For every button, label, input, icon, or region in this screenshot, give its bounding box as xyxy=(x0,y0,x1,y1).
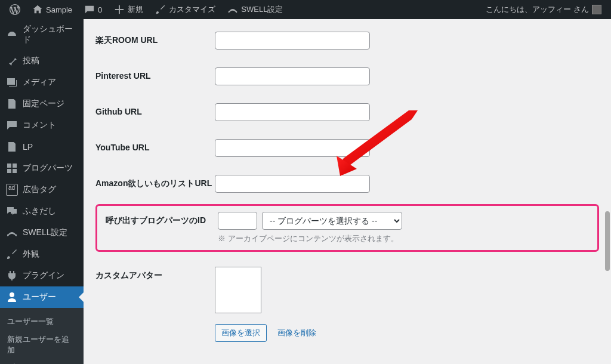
label-blog-parts-id: 呼び出すブログパーツのID xyxy=(106,212,218,226)
main-content: 楽天ROOM URL Pinterest URL Github URL YouT… xyxy=(84,19,611,364)
avatar-icon xyxy=(592,5,601,14)
new-label: 新規 xyxy=(128,4,143,15)
sidebar-dashboard[interactable]: ダッシュボード xyxy=(0,19,84,50)
row-custom-avatar: カスタムアバター 画像を選択 画像を削除 xyxy=(95,258,599,351)
comment-icon xyxy=(84,4,95,15)
row-pinterest: Pinterest URL xyxy=(95,58,599,94)
row-github: Github URL xyxy=(95,94,599,130)
submenu-user-new[interactable]: 新規ユーザーを追加 xyxy=(0,331,84,359)
new-content-link[interactable]: 新規 xyxy=(109,0,148,19)
sidebar-item-label: 固定ページ xyxy=(23,98,64,109)
sidebar-comments[interactable]: コメント xyxy=(0,115,84,136)
sidebar-item-label: コメント xyxy=(23,120,56,131)
sidebar-item-label: プラグイン xyxy=(23,270,64,281)
sidebar-media[interactable]: メディア xyxy=(0,72,84,93)
sidebar-lp[interactable]: LP xyxy=(0,136,84,158)
label-custom-avatar: カスタムアバター xyxy=(95,267,215,281)
swell-label: SWELL設定 xyxy=(241,4,283,15)
hint-blog-parts: ※ アーカイブページにコンテンツが表示されます。 xyxy=(218,233,589,244)
sidebar-appearance[interactable]: 外観 xyxy=(0,243,84,265)
input-youtube[interactable] xyxy=(215,139,370,157)
wp-logo[interactable] xyxy=(5,0,25,19)
sidebar-users[interactable]: ユーザー xyxy=(0,286,84,308)
greeting-text: こんにちは、アッフィー さん xyxy=(486,4,589,15)
sidebar-item-label: ふきだし xyxy=(23,206,56,217)
admin-sidebar: ダッシュボード 投稿 メディア 固定ページ コメント LP ブログパーツ ad xyxy=(0,19,84,364)
brush-icon xyxy=(6,248,18,260)
page-icon xyxy=(6,141,18,153)
remove-image-link[interactable]: 画像を削除 xyxy=(277,328,316,338)
comment-icon xyxy=(6,119,18,131)
sidebar-item-label: メディア xyxy=(23,77,56,88)
sidebar-pages[interactable]: 固定ページ xyxy=(0,93,84,115)
sidebar-submenu: ユーザー一覧 新規ユーザーを追加 プロフィール xyxy=(0,308,84,364)
page-icon xyxy=(6,98,18,110)
sidebar-item-label: ユーザー xyxy=(23,292,56,303)
row-youtube: YouTube URL xyxy=(95,130,599,166)
scrollbar-thumb[interactable] xyxy=(605,211,610,271)
input-rakuten-room[interactable] xyxy=(215,32,370,50)
chat-icon xyxy=(6,205,18,217)
label-amazon: Amazon欲しいものリストURL xyxy=(95,175,215,189)
sidebar-swell[interactable]: SWELL設定 xyxy=(0,222,84,243)
submenu-user-list[interactable]: ユーザー一覧 xyxy=(0,313,84,331)
row-amazon-wish: Amazon欲しいものリストURL xyxy=(95,166,599,202)
swell-icon xyxy=(227,4,238,15)
sidebar-item-label: SWELL設定 xyxy=(23,227,67,238)
comments-count: 0 xyxy=(98,5,102,14)
sidebar-speech[interactable]: ふきだし xyxy=(0,200,84,222)
customize-link[interactable]: カスタマイズ xyxy=(150,0,220,19)
media-icon xyxy=(6,76,18,88)
sidebar-item-label: LP xyxy=(23,142,33,152)
brush-icon xyxy=(155,4,166,15)
plugin-icon xyxy=(6,270,18,282)
label-youtube: YouTube URL xyxy=(95,139,215,152)
user-icon xyxy=(6,291,18,303)
sidebar-plugins[interactable]: プラグイン xyxy=(0,265,84,286)
avatar-preview xyxy=(215,267,261,313)
site-name-link[interactable]: Sample xyxy=(27,0,77,19)
label-github: Github URL xyxy=(95,103,215,116)
sidebar-item-label: 投稿 xyxy=(23,55,39,66)
swell-settings-link[interactable]: SWELL設定 xyxy=(223,0,288,19)
plus-icon xyxy=(114,4,125,15)
choose-image-button[interactable]: 画像を選択 xyxy=(215,324,267,342)
sidebar-item-label: ブログパーツ xyxy=(23,163,73,174)
sidebar-blog-parts[interactable]: ブログパーツ xyxy=(0,158,84,179)
row-rakuten-room: 楽天ROOM URL xyxy=(95,23,599,58)
pin-icon xyxy=(6,55,18,67)
sidebar-posts[interactable]: 投稿 xyxy=(0,50,84,72)
label-pinterest: Pinterest URL xyxy=(95,67,215,81)
dashboard-icon xyxy=(6,29,18,41)
sidebar-item-label: ダッシュボード xyxy=(23,24,78,45)
sidebar-ad-tag[interactable]: ad 広告タグ xyxy=(0,179,84,200)
input-blog-parts-id[interactable] xyxy=(218,212,257,230)
submenu-profile[interactable]: プロフィール xyxy=(0,359,84,364)
comments-link[interactable]: 0 xyxy=(79,0,107,19)
input-github[interactable] xyxy=(215,103,370,121)
layout-icon xyxy=(6,162,18,174)
customize-label: カスタマイズ xyxy=(169,4,215,15)
user-greeting[interactable]: こんにちは、アッフィー さん xyxy=(481,0,606,19)
sidebar-item-label: 広告タグ xyxy=(23,184,56,195)
home-icon xyxy=(32,4,43,15)
input-amazon-wish[interactable] xyxy=(215,175,370,193)
wordpress-icon xyxy=(10,4,20,15)
select-blog-parts[interactable]: -- ブログパーツを選択する -- xyxy=(262,212,402,230)
ad-icon: ad xyxy=(6,184,18,196)
admin-bar: Sample 0 新規 カスタマイズ SWELL設定 こんにちは、アッフィー さ… xyxy=(0,0,611,19)
label-rakuten: 楽天ROOM URL xyxy=(95,32,215,46)
swell-icon xyxy=(6,227,18,239)
sidebar-item-label: 外観 xyxy=(23,249,39,260)
site-name: Sample xyxy=(46,5,72,14)
input-pinterest[interactable] xyxy=(215,67,370,85)
highlight-blog-parts: 呼び出すブログパーツのID -- ブログパーツを選択する -- ※ アーカイブペ… xyxy=(95,204,599,252)
